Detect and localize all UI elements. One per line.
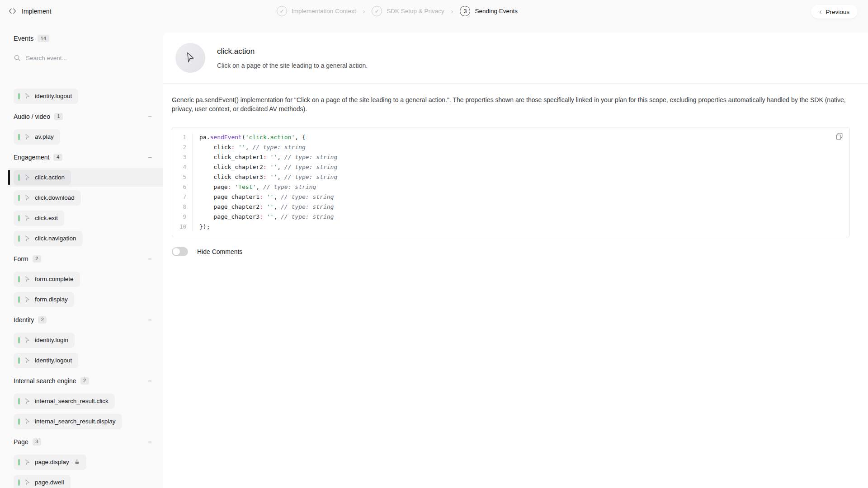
section-header-engagement[interactable]: Engagement4− <box>0 147 163 167</box>
collapse-icon[interactable]: − <box>148 255 152 263</box>
event-item-chip[interactable]: form.display <box>14 292 74 307</box>
cursor-icon-wrap <box>24 133 31 140</box>
event-item-chip[interactable]: click.navigation <box>14 231 83 246</box>
collapse-icon[interactable]: − <box>148 377 152 385</box>
step-label: SDK Setup & Privacy <box>387 8 444 14</box>
hide-comments-toggle[interactable] <box>172 247 188 256</box>
step-label: Sending Events <box>475 8 518 14</box>
step-separator-icon: › <box>363 8 365 15</box>
section-header-form[interactable]: Form2− <box>0 249 163 269</box>
event-item-chip[interactable]: identity.login <box>14 333 75 348</box>
previous-button-label: Previous <box>826 9 849 15</box>
app-brand: Implement <box>8 0 51 22</box>
event-item-identity-logout[interactable]: identity.logout <box>0 86 163 106</box>
event-item-chip[interactable]: identity.logout <box>14 89 78 104</box>
line-number: 9 <box>172 212 193 222</box>
search-input[interactable] <box>26 55 125 61</box>
event-item-form-display[interactable]: form.display <box>0 289 163 310</box>
event-item-click-navigation[interactable]: click.navigation <box>0 228 163 249</box>
event-item-chip[interactable]: internal_search_result.click <box>14 394 115 409</box>
event-item-chip[interactable]: click.action <box>14 170 71 185</box>
section-header-identity[interactable]: Identity2− <box>0 310 163 330</box>
cursor-icon <box>24 276 31 282</box>
event-description: Click on a page of the site leading to a… <box>217 62 368 69</box>
line-number: 4 <box>172 162 193 172</box>
event-item-av-play[interactable]: av.play <box>0 127 163 147</box>
previous-button[interactable]: ‹ Previous <box>811 5 858 19</box>
event-item-label: form.complete <box>35 276 74 282</box>
step-sdk-setup-privacy[interactable]: ✓SDK Setup & Privacy <box>372 6 444 16</box>
cursor-icon <box>24 235 31 242</box>
event-status-bar <box>18 398 20 404</box>
collapse-icon[interactable]: − <box>148 316 152 324</box>
event-item-label: identity.logout <box>35 357 72 364</box>
event-item-click-download[interactable]: click.download <box>0 188 163 208</box>
stepper: ✓Implementation Context›✓SDK Setup & Pri… <box>277 0 518 22</box>
cursor-icon <box>24 194 31 201</box>
code-text: click_chapter2: '', // type: string <box>193 162 337 172</box>
event-item-page-display[interactable]: page.display <box>0 452 163 472</box>
step-implementation-context[interactable]: ✓Implementation Context <box>277 6 356 16</box>
event-item-chip[interactable]: av.play <box>14 129 60 145</box>
copy-button[interactable] <box>835 132 844 141</box>
event-status-bar <box>18 215 20 221</box>
event-item-click-action[interactable]: click.action <box>0 167 163 188</box>
step-sending-events[interactable]: 3Sending Events <box>460 6 518 16</box>
cursor-icon <box>24 133 31 140</box>
collapse-icon[interactable]: − <box>148 113 152 120</box>
section-header-internal-search-engine[interactable]: Internal search engine2− <box>0 371 163 391</box>
section-title: Page <box>14 438 28 446</box>
collapse-icon[interactable]: − <box>148 153 152 161</box>
event-item-page-dwell[interactable]: page.dwell <box>0 472 163 488</box>
code-line-4: 4 click_chapter2: '', // type: string <box>172 162 849 172</box>
event-item-chip[interactable]: page.dwell <box>14 475 71 488</box>
cursor-icon-wrap <box>24 418 31 425</box>
code-line-9: 9 page_chapter3: '', // type: string <box>172 212 849 222</box>
code-text: page_chapter1: '', // type: string <box>193 192 334 202</box>
event-status-bar <box>18 296 20 303</box>
cursor-icon-wrap <box>24 479 31 486</box>
code-text: click_chapter3: '', // type: string <box>193 172 337 182</box>
event-item-chip[interactable]: click.download <box>14 190 81 206</box>
event-item-chip[interactable]: page.display <box>14 455 86 470</box>
code-text: }); <box>193 222 210 232</box>
event-item-click-exit[interactable]: click.exit <box>0 208 163 228</box>
step-separator-icon: › <box>451 8 453 15</box>
event-item-chip[interactable]: form.complete <box>14 272 80 287</box>
copy-icon <box>835 132 844 141</box>
section-title: Form <box>14 255 28 263</box>
code-line-6: 6 page: 'Test', // type: string <box>172 182 849 192</box>
events-title: Events <box>14 35 33 42</box>
event-status-bar <box>18 235 20 242</box>
step-number-badge: 3 <box>460 6 470 16</box>
event-status-bar <box>18 357 20 364</box>
step-check-icon: ✓ <box>372 6 382 16</box>
event-item-internal-search-result-display[interactable]: internal_search_result.display <box>0 411 163 432</box>
code-line-5: 5 click_chapter3: '', // type: string <box>172 172 849 182</box>
event-item-chip[interactable]: click.exit <box>14 211 64 226</box>
line-number: 8 <box>172 202 193 212</box>
section-count-badge: 2 <box>33 255 41 263</box>
section-header-page[interactable]: Page3− <box>0 432 163 452</box>
event-item-label: internal_search_result.click <box>35 398 108 404</box>
hide-comments-label: Hide Comments <box>197 248 242 255</box>
line-number: 10 <box>172 222 193 232</box>
event-item-identity-login[interactable]: identity.login <box>0 330 163 350</box>
search-bar <box>14 51 163 65</box>
cursor-icon-wrap <box>24 357 31 364</box>
event-item-label: click.navigation <box>35 235 76 242</box>
lock-icon-wrap <box>74 459 80 465</box>
line-number: 7 <box>172 192 193 202</box>
event-item-identity-logout[interactable]: identity.logout <box>0 350 163 371</box>
event-status-bar <box>18 174 20 181</box>
hide-comments-row: Hide Comments <box>172 247 868 256</box>
event-item-label: form.display <box>35 296 68 303</box>
cursor-icon-wrap <box>24 235 31 242</box>
section-header-audio-video[interactable]: Audio / video1− <box>0 106 163 127</box>
event-item-internal-search-result-click[interactable]: internal_search_result.click <box>0 391 163 411</box>
collapse-icon[interactable]: − <box>148 438 152 446</box>
event-item-chip[interactable]: internal_search_result.display <box>14 414 122 429</box>
event-item-form-complete[interactable]: form.complete <box>0 269 163 289</box>
event-item-chip[interactable]: identity.logout <box>14 353 78 368</box>
event-item-label: identity.login <box>35 337 68 343</box>
